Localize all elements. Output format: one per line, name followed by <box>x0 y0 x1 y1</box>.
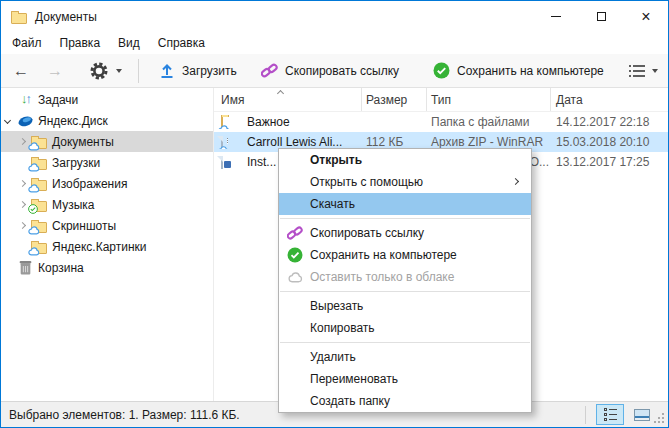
thumbnail-view-button[interactable] <box>628 404 656 425</box>
menu-item-new-folder[interactable]: Создать папку <box>279 390 531 412</box>
column-header-name[interactable]: Имя <box>214 88 362 111</box>
menu-item-cut[interactable]: Вырезать <box>279 295 531 317</box>
minimize-button[interactable] <box>534 1 578 32</box>
sidebar-item-downloads[interactable]: Загрузки <box>1 152 213 173</box>
menu-item-rename[interactable]: Переименовать <box>279 368 531 390</box>
view-switcher <box>585 404 656 425</box>
sidebar-item-label: Загрузки <box>52 156 100 170</box>
menu-separator <box>280 291 530 292</box>
synced-folder-icon <box>30 198 47 212</box>
chevron-collapsed-icon[interactable] <box>19 180 26 187</box>
green-check-icon <box>286 247 304 263</box>
upload-button[interactable]: Загрузить <box>159 54 237 87</box>
cloud-folder-icon <box>30 240 47 254</box>
view-mode-button[interactable] <box>629 54 658 87</box>
details-view-icon <box>604 408 617 421</box>
file-date: 15.03.2018 20:10 <box>551 135 668 149</box>
sidebar-item-screenshots[interactable]: Скриншоты <box>1 215 213 236</box>
back-button[interactable]: ← <box>13 54 29 87</box>
menu-item-copy[interactable]: Копировать <box>279 317 531 339</box>
maximize-icon <box>597 12 606 21</box>
menu-help[interactable]: Справка <box>149 33 214 54</box>
file-name: Carroll Lewis Ali... <box>247 135 342 149</box>
save-to-computer-button[interactable]: Сохранить на компьютере <box>433 54 604 87</box>
green-check-icon <box>433 62 450 79</box>
menu-item-open[interactable]: Открыть <box>279 149 531 171</box>
close-icon: × <box>641 9 650 25</box>
chevron-collapsed-icon[interactable] <box>19 201 26 208</box>
selection-summary: Выбрано элементов: 1. Размер: 111.6 КБ. <box>9 408 240 422</box>
chevron-expanded-icon[interactable] <box>4 117 11 124</box>
yandex-disk-icon <box>17 113 34 129</box>
installer-file-icon <box>221 157 239 169</box>
menu-view[interactable]: Вид <box>109 33 149 54</box>
file-type: Папка с файлами <box>427 115 551 129</box>
maximize-button[interactable] <box>579 1 623 32</box>
forward-arrow-icon: → <box>47 63 63 79</box>
sidebar-item-label: Изображения <box>52 177 127 191</box>
tasks-arrows-icon: ↓↑ <box>17 91 34 106</box>
back-arrow-icon: ← <box>13 63 29 79</box>
toolbar-divider <box>138 59 139 83</box>
column-header-type[interactable]: Тип <box>427 88 551 111</box>
sidebar-item-label: Музыка <box>52 198 94 212</box>
column-header-date[interactable]: Дата <box>551 88 668 111</box>
sidebar-item-music[interactable]: Музыка <box>1 194 213 215</box>
sidebar-item-label: Задачи <box>38 93 78 107</box>
save-to-computer-label: Сохранить на компьютере <box>457 64 604 78</box>
sidebar-item-documents[interactable]: Документы <box>1 131 213 152</box>
list-view-icon <box>629 65 645 77</box>
menu-edit[interactable]: Правка <box>51 33 110 54</box>
sidebar-item-label: Корзина <box>38 261 84 275</box>
chevron-collapsed-icon[interactable] <box>19 138 26 145</box>
trash-icon <box>17 260 34 275</box>
settings-button[interactable] <box>89 54 122 87</box>
sidebar-item-label: Скриншоты <box>52 219 116 233</box>
cloud-folder-icon <box>30 156 47 170</box>
menu-item-download[interactable]: Скачать <box>279 193 531 215</box>
sidebar-item-images[interactable]: Изображения <box>1 173 213 194</box>
menu-item-delete[interactable]: Удалить <box>279 346 531 368</box>
copy-link-button[interactable]: Скопировать ссылку <box>261 54 399 87</box>
upload-label: Загрузить <box>182 64 237 78</box>
menu-separator <box>280 342 530 343</box>
menu-item-keep-in-cloud: Оставить только в облаке <box>279 266 531 288</box>
cloud-folder-icon <box>30 177 47 191</box>
sidebar-item-trash[interactable]: Корзина <box>1 257 213 278</box>
upload-icon <box>159 63 175 79</box>
chevron-collapsed-icon[interactable] <box>19 222 26 229</box>
cloud-folder-icon <box>30 135 47 149</box>
link-icon <box>286 225 304 241</box>
menu-separator <box>280 218 530 219</box>
gear-icon <box>89 61 109 81</box>
titlebar[interactable]: Документы × <box>1 1 668 33</box>
menu-file[interactable]: Файл <box>3 33 51 54</box>
menu-item-open-with[interactable]: Открыть с помощью <box>279 171 531 193</box>
window-folder-icon <box>11 13 27 24</box>
column-header-size[interactable]: Размер <box>362 88 427 111</box>
menubar: Файл Правка Вид Справка <box>1 33 668 54</box>
sidebar-item-tasks[interactable]: ↓↑ Задачи <box>1 89 213 110</box>
menu-item-save-to-computer[interactable]: Сохранить на компьютере <box>279 244 531 266</box>
link-icon <box>261 62 278 79</box>
toolbar: ← → Загрузить Скопировать ссылку Сохрани… <box>1 54 668 88</box>
details-view-button[interactable] <box>596 404 624 425</box>
minimize-icon <box>551 16 561 17</box>
file-type: Архив ZIP - WinRAR <box>427 135 551 149</box>
cloud-icon <box>286 269 304 285</box>
sidebar-item-label: Яндекс.Диск <box>38 114 108 128</box>
close-button[interactable]: × <box>624 1 668 32</box>
resize-grip[interactable] <box>654 413 665 424</box>
thumbnail-view-icon <box>634 409 650 421</box>
cloud-folder-icon <box>221 117 239 129</box>
sidebar-item-yandex-disk[interactable]: Яндекс.Диск <box>1 110 213 131</box>
window-title: Документы <box>35 10 97 24</box>
cloud-folder-icon <box>30 219 47 233</box>
sidebar-item-yandex-pictures[interactable]: Яндекс.Картинки <box>1 236 213 257</box>
cloud-archive-icon <box>221 137 239 149</box>
file-date: 14.12.2017 22:18 <box>551 115 668 129</box>
file-row[interactable]: Важное Папка с файлами 14.12.2017 22:18 <box>214 112 668 132</box>
statusbar-divider <box>585 406 586 424</box>
menu-item-copy-link[interactable]: Скопировать ссылку <box>279 222 531 244</box>
sidebar-item-label: Документы <box>52 135 114 149</box>
